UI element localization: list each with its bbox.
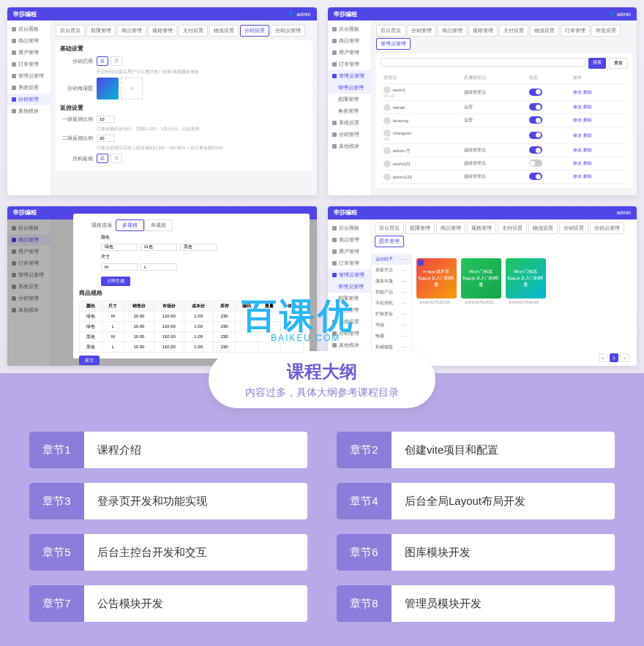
nav-tab[interactable]: 分销设置 xyxy=(240,25,269,37)
sidebar-item[interactable]: 商品管理 xyxy=(7,35,50,47)
chapter-item[interactable]: 章节7公告模块开发 xyxy=(29,585,307,622)
submit-button[interactable]: 提交 xyxy=(79,356,100,365)
nav-tab[interactable]: 订单管理 xyxy=(561,25,590,37)
edit-icon[interactable]: ⋯ xyxy=(402,311,408,318)
tab-multi[interactable]: 多规格 xyxy=(116,219,144,231)
size-input[interactable] xyxy=(101,263,138,271)
radio-on[interactable]: 是 xyxy=(97,154,108,163)
nav-tab[interactable]: 权限管理 xyxy=(86,25,116,37)
gallery-image[interactable]: ni-app 战开发Egg.js 从入门到精通 xyxy=(416,258,457,298)
nav-tab[interactable]: 物流设置 xyxy=(530,25,559,37)
radio-on[interactable]: 是 xyxy=(97,56,108,66)
sidebar-item[interactable]: 用户管理 xyxy=(7,47,50,59)
ratio-input[interactable] xyxy=(97,116,115,123)
chapter-item[interactable]: 章节1课程介绍 xyxy=(29,432,307,468)
nav-tab[interactable]: 物流设置 xyxy=(209,25,239,37)
delete-link[interactable]: 删除 xyxy=(583,105,592,109)
sidebar-item[interactable]: 商品管理 xyxy=(7,234,50,246)
nav-tab[interactable]: 后台首页 xyxy=(375,222,404,234)
gallery-item[interactable]: ni-app 战开发Egg.js 从入门到精通public/617fb30139… xyxy=(416,258,457,304)
sidebar-item[interactable]: 订单管理 xyxy=(328,59,371,70)
tab-single[interactable]: 单规格 xyxy=(144,219,173,231)
sidebar-item[interactable]: 系统设置 xyxy=(328,316,371,328)
sidebar-item[interactable]: 其他模块 xyxy=(328,339,371,351)
chapter-item[interactable]: 章节6图库模块开发 xyxy=(337,534,615,571)
sidebar-item[interactable]: 后台面板 xyxy=(7,23,50,35)
edit-icon[interactable]: ⋯ xyxy=(402,289,408,296)
category-item[interactable]: 护肤美妆⋯ xyxy=(372,309,411,320)
delete-link[interactable]: 删除 xyxy=(583,161,592,165)
status-toggle[interactable] xyxy=(529,132,542,139)
gallery-image[interactable]: 99-js 门实战Egg.js 从入门到精通 xyxy=(506,258,546,298)
edit-link[interactable]: 修改 xyxy=(573,161,582,165)
nav-tab[interactable]: 管理员管理 xyxy=(376,38,411,50)
sidebar-item[interactable]: 后台面板 xyxy=(7,222,50,234)
edit-link[interactable]: 修改 xyxy=(573,148,582,152)
delete-link[interactable]: 删除 xyxy=(583,90,592,94)
status-toggle[interactable] xyxy=(529,159,542,167)
search-button[interactable]: 搜索 xyxy=(588,58,606,69)
edit-link[interactable]: 修改 xyxy=(573,133,582,138)
status-toggle[interactable] xyxy=(529,116,542,124)
category-item[interactable]: 居家生活⋯ xyxy=(372,265,411,276)
delete-link[interactable]: 删除 xyxy=(583,133,592,138)
sidebar-item[interactable]: 后台面板 xyxy=(328,23,371,35)
chapter-item[interactable]: 章节5后台主控台开发和交互 xyxy=(29,534,307,571)
edit-link[interactable]: 修改 xyxy=(573,90,582,94)
nav-tab[interactable]: 支付设置 xyxy=(498,222,527,234)
gallery-item[interactable]: 99-js 门实战Egg.js 从入门到精通public/617fb2f031.… xyxy=(461,258,501,304)
sidebar-item[interactable]: 分销管理 xyxy=(7,293,50,304)
sidebar-item[interactable]: 其他模块 xyxy=(328,140,371,152)
delete-link[interactable]: 删除 xyxy=(583,148,592,152)
nav-tab[interactable]: 分销员管理 xyxy=(271,25,305,37)
sidebar-item[interactable]: 分销管理 xyxy=(328,129,371,140)
nav-tab[interactable]: 支付设置 xyxy=(499,25,528,37)
radio-off[interactable]: 否 xyxy=(111,56,122,66)
ratio-input[interactable] xyxy=(97,135,115,142)
edit-icon[interactable]: ⋯ xyxy=(402,300,408,307)
sidebar-item[interactable]: 商品管理 xyxy=(328,35,371,47)
delete-link[interactable]: 删除 xyxy=(583,118,592,122)
reset-button[interactable]: 重置 xyxy=(609,58,628,69)
category-item[interactable]: 服装衣服⋯ xyxy=(372,276,411,287)
nav-tab[interactable]: 商品管理 xyxy=(438,25,467,37)
user-menu[interactable]: 👤admin xyxy=(288,11,310,17)
nav-tab[interactable]: 后台首页 xyxy=(376,25,405,37)
category-item[interactable]: 电脑⋯ xyxy=(372,331,411,342)
sidebar-item[interactable]: 系统设置 xyxy=(7,82,50,94)
nav-tab[interactable]: 商品管理 xyxy=(436,222,465,234)
sidebar-item[interactable]: 管理员管理 xyxy=(7,269,50,281)
nav-tab[interactable]: 审批设置 xyxy=(591,25,621,37)
category-item[interactable]: 手机相机⋯ xyxy=(372,298,411,309)
sidebar-subitem[interactable]: 角色管理 xyxy=(328,105,371,117)
radio-off[interactable]: 否 xyxy=(111,154,122,163)
edit-icon[interactable]: ⋯ xyxy=(402,267,408,274)
sidebar-subitem[interactable]: 管理员管理 xyxy=(328,82,371,94)
sidebar-item[interactable]: 订单管理 xyxy=(328,258,371,269)
nav-tab[interactable]: 规格管理 xyxy=(148,25,177,37)
sidebar-subitem[interactable]: 权限管理 xyxy=(328,293,371,304)
edit-icon[interactable]: ⋯ xyxy=(402,322,408,328)
search-input[interactable] xyxy=(381,58,586,67)
nav-tab[interactable]: 图库管理 xyxy=(375,236,404,247)
sidebar-item[interactable]: 用户管理 xyxy=(328,246,371,258)
edit-icon[interactable]: ⋯ xyxy=(402,278,408,285)
edit-icon[interactable]: ⋯ xyxy=(402,344,408,350)
color-input[interactable] xyxy=(141,244,177,251)
generate-button[interactable]: 立即生成 xyxy=(101,277,130,286)
sidebar-item[interactable]: 其他模块 xyxy=(7,105,50,117)
gallery-image[interactable]: 99-js 门实战Egg.js 从入门到精通 xyxy=(461,258,501,298)
nav-tab[interactable]: 物流设置 xyxy=(528,222,558,234)
edit-link[interactable]: 修改 xyxy=(573,174,582,179)
chapter-item[interactable]: 章节8管理员模块开发 xyxy=(337,585,615,622)
chapter-item[interactable]: 章节4后台全局Layout布局开发 xyxy=(337,483,615,519)
sidebar-item[interactable]: 订单管理 xyxy=(7,258,50,269)
nav-tab[interactable]: 分销设置 xyxy=(559,222,588,234)
category-item[interactable]: 运动鞋子⋯ xyxy=(372,254,411,265)
nav-tab[interactable]: 分销管理 xyxy=(407,25,436,37)
sidebar-item[interactable]: 管理员管理 xyxy=(328,70,371,82)
color-input[interactable] xyxy=(180,244,217,251)
sidebar-item[interactable]: 系统设置 xyxy=(7,281,50,293)
sidebar-item[interactable]: 系统设置 xyxy=(328,117,371,129)
page-next[interactable]: › xyxy=(621,353,629,362)
